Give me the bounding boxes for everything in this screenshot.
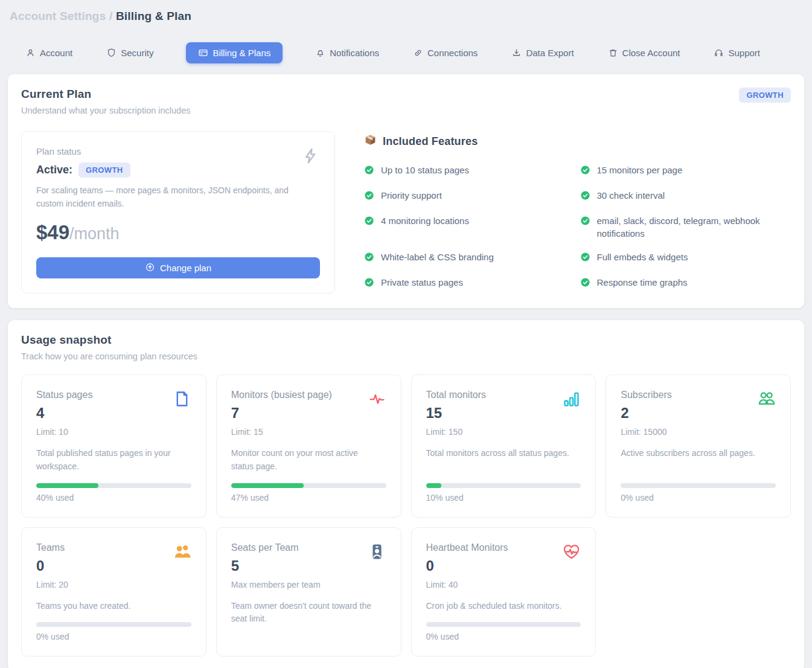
- usage-subtitle: Track how you are consuming plan resourc…: [21, 352, 197, 361]
- usage-card-title: Subscribers: [621, 390, 671, 400]
- plan-badge: GROWTH: [739, 88, 791, 103]
- usage-card-total-monitors: Total monitors15Limit: 150Total monitors…: [411, 374, 596, 517]
- plan-period: /month: [69, 225, 120, 243]
- usage-card-limit: Limit: 40: [426, 580, 508, 589]
- feature-label: Response time graphs: [597, 276, 688, 289]
- tab-account[interactable]: Account: [24, 42, 74, 63]
- plan-active-text: Active:: [36, 164, 72, 176]
- feature-item: Priority support: [364, 189, 575, 204]
- progress-track: [36, 622, 191, 627]
- check-circle-icon: [580, 251, 590, 266]
- usage-snapshot-panel: Usage snapshot Track how you are consumi…: [8, 320, 804, 668]
- plan-active-badge: GROWTH: [78, 162, 130, 178]
- feature-item: Private status pages: [364, 276, 575, 291]
- shield-icon: [106, 48, 117, 58]
- check-circle-icon: [364, 189, 374, 204]
- breadcrumb: Account Settings / Billing & Plan: [8, 7, 804, 23]
- usage-card-value: 2: [621, 405, 671, 422]
- tab-billing-plans[interactable]: Billing & Plans: [186, 42, 283, 63]
- arrow-up-circle-icon: [145, 262, 155, 274]
- change-plan-label: Change plan: [160, 263, 211, 273]
- usage-card-title: Monitors (busiest page): [231, 390, 332, 400]
- usage-card-description: Total monitors across all status pages.: [426, 447, 571, 460]
- feature-item: 4 monitoring locations: [364, 214, 575, 241]
- feature-item: 15 monitors per page: [580, 164, 791, 179]
- plan-status-label: Plan status: [36, 146, 320, 156]
- pulse-icon: [368, 390, 386, 411]
- usage-card-limit: Limit: 20: [36, 580, 68, 589]
- usage-percent-label: 10% used: [426, 493, 581, 503]
- check-circle-icon: [364, 276, 374, 291]
- usage-percent-label: 0% used: [426, 632, 581, 641]
- usage-card-title: Teams: [36, 542, 68, 553]
- tab-security[interactable]: Security: [105, 42, 155, 63]
- tab-connections[interactable]: Connections: [412, 42, 479, 63]
- included-features: Included Features Up to 10 status pages1…: [364, 131, 791, 294]
- check-circle-icon: [364, 164, 374, 179]
- feature-item: Full embeds & widgets: [580, 251, 791, 266]
- heart-pulse-icon: [562, 542, 581, 564]
- usage-percent-label: 0% used: [36, 632, 191, 641]
- feature-label: White-label & CSS branding: [381, 251, 494, 264]
- person-icon: [25, 48, 36, 58]
- usage-card-value: 0: [36, 557, 68, 574]
- check-circle-icon: [364, 251, 374, 266]
- features-grid: Up to 10 status pages15 monitors per pag…: [364, 164, 791, 291]
- package-icon: [364, 133, 377, 149]
- feature-label: Full embeds & widgets: [597, 251, 688, 264]
- current-plan-header: Current Plan Understand what your subscr…: [21, 88, 791, 115]
- users-outline-icon: [757, 390, 776, 411]
- usage-card-description: Monitor count on your most active status…: [231, 447, 376, 473]
- plan-description: For scaling teams — more pages & monitor…: [36, 184, 290, 210]
- tab-label: Notifications: [330, 48, 379, 58]
- usage-card-status-pages: Status pages4Limit: 10Total published st…: [21, 374, 206, 517]
- feature-label: 30 check interval: [597, 189, 665, 202]
- progress-track: [231, 483, 386, 488]
- tab-label: Data Export: [526, 48, 574, 58]
- usage-progress: 40% used: [36, 474, 191, 503]
- lightning-icon: [301, 146, 320, 168]
- progress-fill: [36, 483, 98, 488]
- usage-grid: Status pages4Limit: 10Total published st…: [21, 374, 791, 657]
- feature-item: 30 check interval: [580, 189, 791, 204]
- usage-card-seats-per-team: Seats per Team5Max members per teamTeam …: [216, 527, 401, 657]
- tab-support[interactable]: Support: [712, 42, 761, 63]
- usage-card-value: 4: [36, 405, 92, 422]
- included-features-title: Included Features: [383, 135, 478, 148]
- change-plan-button[interactable]: Change plan: [36, 257, 320, 278]
- tab-label: Connections: [427, 48, 478, 58]
- feature-item: Up to 10 status pages: [364, 164, 575, 179]
- usage-percent-label: 40% used: [36, 493, 191, 503]
- usage-progress: 10% used: [426, 474, 581, 503]
- trash-icon: [608, 48, 618, 58]
- tab-notifications[interactable]: Notifications: [314, 42, 380, 63]
- tab-close-account[interactable]: Close Account: [607, 42, 682, 63]
- usage-percent-label: 0% used: [621, 493, 776, 503]
- usage-card-title: Status pages: [36, 390, 92, 400]
- feature-label: 15 monitors per page: [597, 164, 683, 177]
- users-filled-icon: [173, 542, 191, 564]
- check-circle-icon: [580, 189, 590, 204]
- plan-price-line: $49/month: [36, 221, 320, 244]
- usage-card-limit: Limit: 10: [36, 427, 92, 437]
- check-circle-icon: [580, 164, 590, 179]
- usage-card-title: Seats per Team: [231, 542, 321, 553]
- plan-price: $49: [36, 221, 69, 243]
- usage-card-title: Heartbeat Monitors: [426, 542, 508, 553]
- usage-card-limit: Limit: 15000: [621, 427, 671, 437]
- bell-icon: [315, 48, 325, 58]
- breadcrumb-section[interactable]: Account Settings /: [10, 10, 116, 22]
- tab-data-export[interactable]: Data Export: [510, 42, 575, 63]
- bar-chart-icon: [562, 390, 581, 411]
- tab-label: Billing & Plans: [213, 48, 270, 58]
- usage-card-monitors-busiest-page: Monitors (busiest page)7Limit: 15Monitor…: [216, 374, 401, 517]
- progress-track: [426, 483, 581, 488]
- usage-card-subscribers: Subscribers2Limit: 15000Active subscribe…: [606, 374, 791, 517]
- current-plan-title: Current Plan: [21, 88, 190, 101]
- feature-label: Private status pages: [381, 276, 463, 289]
- current-plan-subtitle: Understand what your subscription includ…: [21, 106, 190, 115]
- document-icon: [173, 390, 191, 411]
- plan-status-card: Plan status Active: GROWTH For scaling t…: [21, 131, 335, 294]
- card-icon: [198, 48, 208, 58]
- usage-card-value: 0: [426, 557, 508, 574]
